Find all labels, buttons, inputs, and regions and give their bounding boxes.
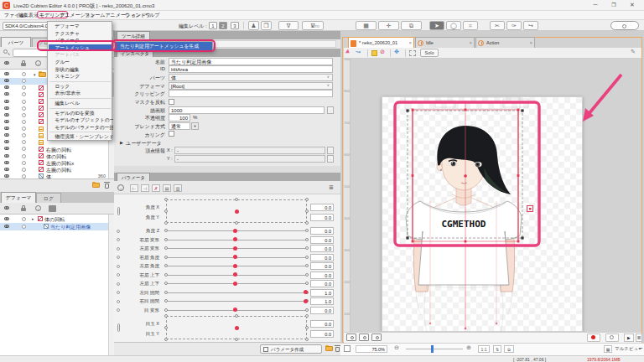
param-indicator[interactable] xyxy=(117,291,120,294)
solo-radio[interactable] xyxy=(22,106,26,111)
selection-rect-icon[interactable] xyxy=(409,50,416,56)
inspector-field[interactable]: - xyxy=(174,147,325,154)
param-indicator[interactable] xyxy=(117,247,120,251)
visibility-eye-icon[interactable] xyxy=(4,225,10,229)
tool-move-icon[interactable]: ✛ xyxy=(378,21,399,30)
solo-radio[interactable] xyxy=(22,225,26,229)
fit-button[interactable]: ⇅ xyxy=(493,345,501,353)
zoom-value-field[interactable]: 75.0% xyxy=(356,345,387,353)
inspector-field[interactable]: - xyxy=(174,155,325,163)
edit-level-1[interactable]: 1 xyxy=(209,22,217,29)
actual-size-button[interactable]: 1:1 xyxy=(478,345,490,353)
param-tool-0[interactable]: ⊢ xyxy=(130,184,138,192)
close-button[interactable]: ✕ xyxy=(624,2,641,10)
solo-radio[interactable] xyxy=(22,168,26,172)
multiview-grid-icon[interactable]: ▦ xyxy=(604,345,612,353)
tab-parameters[interactable]: パラメータ xyxy=(117,173,150,181)
menu-item-14[interactable]: 物理演算・シーンブレンド設定を開く xyxy=(49,133,113,141)
camera-icon[interactable] xyxy=(346,334,356,341)
solo-radio[interactable] xyxy=(22,161,26,165)
menu-item-1[interactable]: テクスチャ xyxy=(49,30,113,38)
menu-item-6[interactable]: 形状の編集 xyxy=(49,66,113,74)
param-2d-center-knob[interactable] xyxy=(235,326,239,330)
param-knob[interactable] xyxy=(233,308,237,312)
lock-icon[interactable] xyxy=(21,205,26,211)
edit-level-2[interactable]: 2 xyxy=(219,22,227,29)
forbid-tool-icon[interactable]: ⊘ xyxy=(380,49,385,55)
inspector-field[interactable] xyxy=(169,90,333,97)
visibility-eye-icon[interactable] xyxy=(4,140,10,144)
solo-radio[interactable] xyxy=(22,120,26,124)
expand-all-icon[interactable]: › xyxy=(35,60,41,66)
tool-path-icon[interactable]: ↪ xyxy=(523,21,538,30)
menu-item-8[interactable]: ロック xyxy=(49,83,113,90)
inspector-field[interactable]: 当たり判定用画像 xyxy=(169,58,333,65)
visibility-eye-icon[interactable] xyxy=(4,72,10,76)
param-knob[interactable] xyxy=(233,237,237,241)
expand-all-icon[interactable]: › xyxy=(35,205,41,211)
tab-close-icon[interactable]: × xyxy=(529,40,532,45)
inspector-combo[interactable]: 通常 xyxy=(169,122,190,130)
param-value[interactable]: 0.0 xyxy=(310,214,334,221)
visibility-eye-icon[interactable] xyxy=(4,154,10,158)
zoom-slider-thumb[interactable] xyxy=(431,345,434,353)
inspector-field[interactable]: 100 xyxy=(169,114,190,122)
display-option-icon[interactable] xyxy=(49,205,56,212)
solo-radio[interactable] xyxy=(22,127,26,131)
visibility-eye-icon[interactable] xyxy=(4,206,10,210)
param-menu-icon[interactable]: ≣ xyxy=(329,184,334,191)
field-more-button[interactable]: · xyxy=(327,155,334,163)
param-tool-1[interactable]: ⊣ xyxy=(141,184,149,192)
param-indicator[interactable] xyxy=(117,238,120,241)
param-value[interactable]: 0.0 xyxy=(310,320,334,328)
solo-radio[interactable] xyxy=(22,154,26,158)
deformer-scrollbar[interactable] xyxy=(108,215,114,355)
param-knob[interactable] xyxy=(304,290,308,294)
visibility-eye-icon[interactable] xyxy=(4,100,10,104)
param-indicator[interactable] xyxy=(117,273,120,277)
folder-icon[interactable] xyxy=(92,182,100,188)
tool-brush-icon[interactable]: ⌗ xyxy=(463,21,478,30)
folder-icon[interactable] xyxy=(39,71,46,77)
camera-icon[interactable] xyxy=(371,334,382,341)
tab-tool-detail[interactable]: ツール詳細 xyxy=(117,31,150,39)
param-track[interactable] xyxy=(166,292,307,293)
inspector-checkbox[interactable] xyxy=(169,131,174,137)
trash-icon[interactable] xyxy=(104,182,110,189)
param-tool-4[interactable]: ▥ xyxy=(174,184,182,192)
zoom-out-icon[interactable]: ⊖ xyxy=(394,344,399,351)
glue-tool-icon[interactable] xyxy=(371,50,377,56)
visibility-eye-icon[interactable] xyxy=(4,113,10,117)
tool-window-icon[interactable]: ❐ xyxy=(261,21,272,30)
solo-button[interactable]: Solo xyxy=(420,49,439,57)
visibility-eye-icon[interactable] xyxy=(4,161,10,165)
visibility-eye-icon[interactable] xyxy=(4,147,10,151)
menu-7[interactable]: ヘルプ xyxy=(143,12,161,19)
param-default-icon[interactable]: › xyxy=(117,184,124,191)
disclosure-icon[interactable]: ▶ xyxy=(120,140,123,145)
param-value[interactable]: 0.0 xyxy=(310,280,334,287)
param-knob[interactable] xyxy=(233,282,237,286)
tab-parts[interactable]: パーツ xyxy=(1,37,31,47)
visibility-eye-icon[interactable] xyxy=(4,133,10,137)
tab-deformer[interactable]: デフォーマ xyxy=(1,192,36,203)
visibility-eye-icon[interactable] xyxy=(4,217,10,221)
canvas-tab-1[interactable]: Idle× xyxy=(415,37,475,48)
param-knob[interactable] xyxy=(233,229,237,233)
expander-icon[interactable]: ▸ xyxy=(32,216,34,221)
param-indicator[interactable] xyxy=(117,308,120,312)
tool-lasso-icon[interactable]: ◯ xyxy=(446,21,461,30)
visibility-eye-icon[interactable] xyxy=(4,92,10,96)
param-value[interactable]: 0.0 xyxy=(310,236,334,244)
menu-item-0[interactable]: デフォーマ xyxy=(49,23,113,30)
param-knob[interactable] xyxy=(233,264,237,268)
tool-copy-icon[interactable]: ⧉ xyxy=(401,21,422,30)
zoom-slider-track[interactable] xyxy=(406,349,463,349)
param-value[interactable]: 0.0 xyxy=(310,254,334,261)
visibility-eye-icon[interactable] xyxy=(4,85,10,90)
inspector-select[interactable]: [Root] xyxy=(169,82,333,90)
tool-arrow-icon[interactable]: ➤ xyxy=(429,21,444,30)
param-value[interactable]: 1.0 xyxy=(310,297,334,305)
menu-item-10[interactable]: 編集レベル xyxy=(49,100,113,107)
tool-mesh-manual-icon[interactable]: ∇ xyxy=(278,21,299,30)
